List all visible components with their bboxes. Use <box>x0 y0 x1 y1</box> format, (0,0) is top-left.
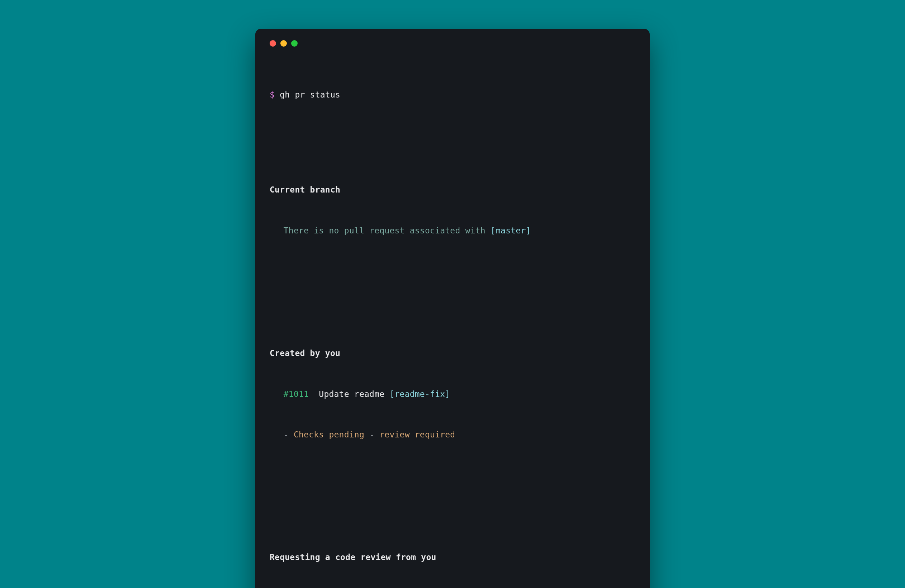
pr-status-line: - Checks pending - review required <box>270 428 635 442</box>
minimize-icon[interactable] <box>280 40 287 47</box>
pr-number: #1011 <box>284 389 309 399</box>
pr-title: Update readme <box>319 389 389 399</box>
current-branch-message: There is no pull request associated with… <box>270 224 635 238</box>
section-requesting-review: Requesting a code review from you #1015 … <box>270 523 635 588</box>
close-icon[interactable] <box>270 40 276 47</box>
dash: - <box>284 430 294 439</box>
branch-name: [master] <box>491 226 531 235</box>
window-controls <box>270 40 635 47</box>
maximize-icon[interactable] <box>291 40 298 47</box>
command-text: gh pr status <box>279 90 340 99</box>
pr-branch: [readme-fix] <box>389 389 450 399</box>
branch-message-text: There is no pull request associated with <box>284 226 491 235</box>
prompt-symbol: $ <box>270 90 275 99</box>
terminal-window: $ gh pr status Current branch There is n… <box>255 29 650 588</box>
section-created-by-you: Created by you #1011 Update readme [read… <box>270 319 635 469</box>
review-status: review required <box>379 430 455 439</box>
section-header: Current branch <box>270 183 635 197</box>
checks-status: Checks pending <box>294 430 364 439</box>
dash: - <box>364 430 379 439</box>
section-header: Created by you <box>270 347 635 360</box>
command-line: $ gh pr status <box>270 88 635 102</box>
terminal-content: $ gh pr status Current branch There is n… <box>270 61 635 588</box>
section-current-branch: Current branch There is no pull request … <box>270 156 635 265</box>
section-header: Requesting a code review from you <box>270 551 635 564</box>
pr-line: #1011 Update readme [readme-fix] <box>270 388 635 401</box>
